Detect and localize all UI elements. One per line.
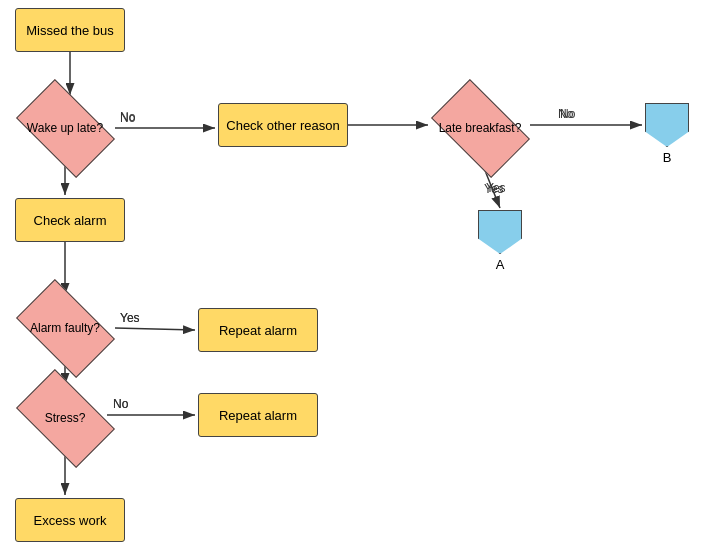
connector-b-label: B — [663, 150, 672, 165]
wake-up-late-node: Wake up late? — [15, 98, 115, 158]
alarm-faulty-label: Alarm faulty? — [30, 321, 100, 335]
svg-text:No: No — [113, 397, 129, 411]
repeat-alarm-1-node: Repeat alarm — [198, 308, 318, 352]
check-alarm-label: Check alarm — [34, 213, 107, 228]
yes-label-1: Yes — [484, 182, 504, 196]
connector-a-label: A — [496, 257, 505, 272]
connector-a-node: A — [478, 210, 522, 272]
stress-node: Stress? — [15, 388, 115, 448]
late-breakfast-node: Late breakfast? — [430, 98, 530, 158]
stress-label: Stress? — [45, 411, 86, 425]
svg-text:No: No — [560, 107, 576, 121]
excess-work-label: Excess work — [34, 513, 107, 528]
no-label-1: No — [120, 111, 136, 125]
repeat-alarm-2-label: Repeat alarm — [219, 408, 297, 423]
check-other-reason-node: Check other reason — [218, 103, 348, 147]
svg-line-8 — [115, 328, 195, 330]
svg-text:No: No — [120, 110, 136, 124]
flowchart: No No Yes Yes No No No Yes Yes No Missed… — [0, 0, 706, 553]
svg-text:Yes: Yes — [120, 311, 140, 325]
connector-b-node: B — [645, 103, 689, 165]
wake-up-late-label: Wake up late? — [27, 121, 103, 135]
missed-the-bus-label: Missed the bus — [26, 23, 113, 38]
late-breakfast-label: Late breakfast? — [439, 121, 522, 135]
no-label-2: No — [558, 107, 574, 121]
check-alarm-node: Check alarm — [15, 198, 125, 242]
missed-the-bus-node: Missed the bus — [15, 8, 125, 52]
excess-work-node: Excess work — [15, 498, 125, 542]
repeat-alarm-2-node: Repeat alarm — [198, 393, 318, 437]
yes-label-2: Yes — [120, 311, 140, 325]
repeat-alarm-1-label: Repeat alarm — [219, 323, 297, 338]
svg-text:Yes: Yes — [486, 181, 506, 195]
check-other-reason-label: Check other reason — [226, 118, 339, 133]
alarm-faulty-node: Alarm faulty? — [15, 298, 115, 358]
no-label-3: No — [113, 397, 129, 411]
